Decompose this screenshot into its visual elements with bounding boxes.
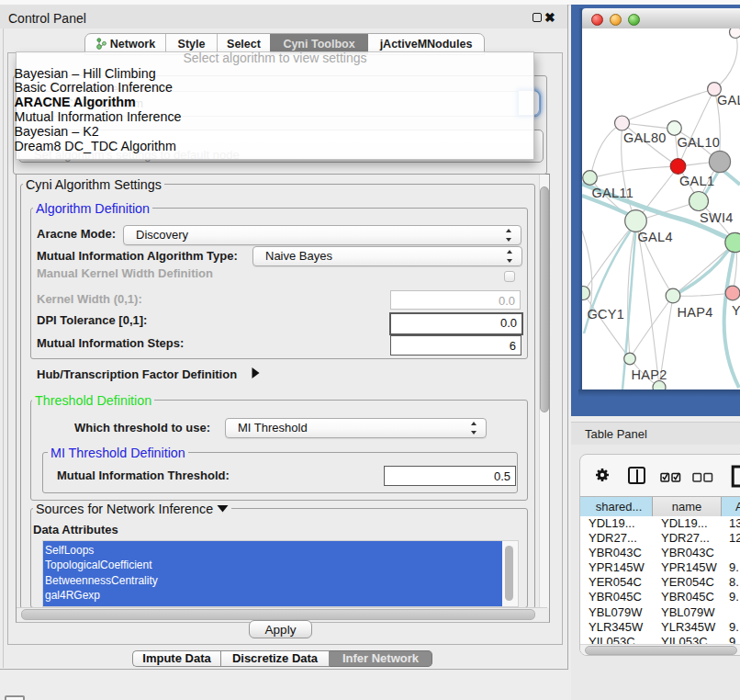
svg-text:HAP2: HAP2 (632, 367, 667, 382)
svg-text:GCY1: GCY1 (588, 307, 625, 322)
svg-text:GAL11: GAL11 (592, 186, 634, 200)
svg-text:GAL4: GAL4 (638, 230, 673, 244)
svg-text:SWI4: SWI4 (700, 210, 734, 225)
svg-text:HAP4: HAP4 (678, 305, 713, 320)
svg-text:GAL10: GAL10 (678, 135, 721, 150)
svg-text:GAL1: GAL1 (679, 174, 714, 188)
svg-text:Y: Y (732, 303, 740, 318)
svg-text:GAL: GAL (717, 93, 740, 107)
svg-text:GAL80: GAL80 (623, 130, 667, 145)
